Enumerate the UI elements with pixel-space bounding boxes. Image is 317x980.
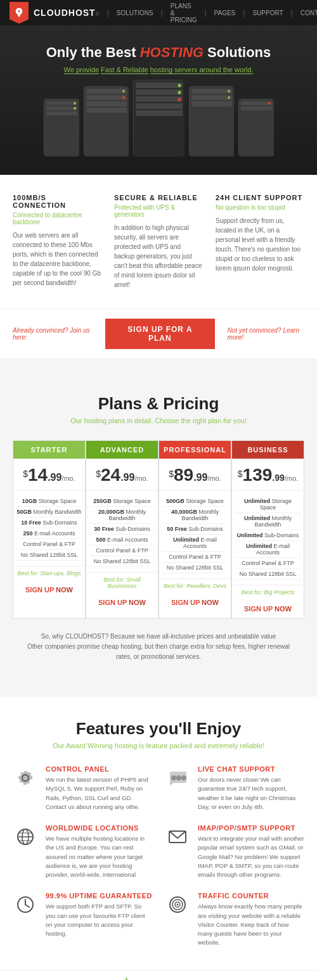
hero-heading: Only the Best HOSTING Solutions xyxy=(46,44,271,61)
feature-support-text: Support directly from us, located in the… xyxy=(216,216,304,273)
divider xyxy=(0,359,317,372)
svg-point-21 xyxy=(178,98,181,101)
globe-icon xyxy=(13,824,38,850)
svg-rect-17 xyxy=(136,103,183,109)
svg-rect-8 xyxy=(86,95,127,100)
nav-contact[interactable]: CONTACT xyxy=(301,10,317,16)
plan-business-features: Unlimited Storage Space Unlimited Monthl… xyxy=(232,491,304,585)
feature-imap-text: Want to integrate your mail with another… xyxy=(198,834,304,879)
svg-rect-7 xyxy=(86,89,127,94)
feature-worldwide-text: We have multiple hosting locations in th… xyxy=(46,834,152,879)
chat-icon xyxy=(165,765,190,791)
feature-live-chat-title: LIVE CHAT SUPPORT xyxy=(198,765,304,773)
svg-rect-2 xyxy=(46,106,77,110)
plan-starter-features: 10GB Storage Space 50GB Monthly Bandwidt… xyxy=(13,491,85,566)
nav-pages[interactable]: PAGES xyxy=(214,10,236,16)
svg-rect-10 xyxy=(86,108,127,113)
plan-business-signup[interactable]: SIGN UP NOW xyxy=(232,599,304,618)
svg-rect-3 xyxy=(46,111,77,115)
feature-secure-text: In addition to high physical security, a… xyxy=(114,223,203,290)
svg-rect-18 xyxy=(136,110,183,116)
pricing-grid: STARTER $14.99/mo. 10GB Storage Space 50… xyxy=(13,440,304,619)
feature-secure-subtitle: Protected with UPS & generators xyxy=(114,204,203,218)
enjoy-title: Features you'll Enjoy xyxy=(13,719,304,739)
svg-rect-16 xyxy=(136,96,183,102)
feature-connection-title: 100MB/S CONNECTION xyxy=(13,194,101,209)
plan-professional-price: $89.99/mo. xyxy=(159,459,231,491)
feature-connection-text: Our web servers are all connected to the… xyxy=(13,231,101,288)
feature-control-panel-text: We run the latest version of PHP5 and My… xyxy=(46,775,152,811)
feature-live-chat-text: Our doors never close! We can guarantee … xyxy=(198,775,304,811)
hero-subtext: We provide Fast & Reliable hosting serve… xyxy=(46,66,271,73)
feature-control-panel-title: CONTROL PANEL xyxy=(46,765,152,773)
features-enjoy-grid: CONTROL PANEL We run the latest version … xyxy=(13,765,304,948)
header: CLOUDHOST ⌂ | SOLUTIONS | PLANS & PRICIN… xyxy=(0,0,317,25)
server-unit xyxy=(189,86,233,156)
plan-advanced-signup[interactable]: SIGN UP NOW xyxy=(86,593,158,612)
logo-area: CLOUDHOST xyxy=(10,2,96,24)
server-unit xyxy=(84,86,128,156)
svg-rect-29 xyxy=(241,101,272,105)
nav-plans[interactable]: PLANS & PRICING xyxy=(171,3,197,23)
svg-rect-9 xyxy=(86,101,127,106)
feature-support: 24H CLIENT SUPPORT No question is too st… xyxy=(216,194,304,290)
hero-server-illustration xyxy=(44,80,273,156)
nav-support[interactable]: SUPPORT xyxy=(252,10,283,16)
plan-advanced-features: 250GB Storage Space 20,000GB Monthly Ban… xyxy=(86,491,158,572)
svg-point-20 xyxy=(178,91,181,94)
svg-rect-30 xyxy=(241,106,272,110)
svg-point-31 xyxy=(268,102,271,105)
nav-solutions[interactable]: SOLUTIONS xyxy=(117,10,153,16)
feature-uptime-text: We support both FTP and SFTP. So you can… xyxy=(46,902,152,938)
mail-icon xyxy=(165,824,190,850)
svg-point-27 xyxy=(228,96,230,99)
svg-rect-1 xyxy=(46,101,77,105)
gear-icon xyxy=(13,765,38,791)
enjoy-subtitle: Our Award Winning hosting is feature pac… xyxy=(13,742,304,749)
divider2 xyxy=(0,684,317,697)
feature-uptime-title: 99.9% UPTIME GUARANTEED xyxy=(46,892,152,900)
pricing-section: Plans & Pricing Our hosting plans in det… xyxy=(0,372,317,684)
feature-control-panel: CONTROL PANEL We run the latest version … xyxy=(13,765,152,811)
feature-worldwide-title: WORLDWIDE LOCATIONS xyxy=(46,824,152,832)
plan-advanced-best: Best for: Small Businesses xyxy=(86,572,158,593)
svg-rect-24 xyxy=(191,95,232,100)
svg-rect-15 xyxy=(136,89,183,95)
features-section: 100MB/S CONNECTION Connected to datacent… xyxy=(0,175,317,309)
svg-point-26 xyxy=(228,90,230,92)
plan-professional: PROFESSIONAL $89.99/mo. 500GB Storage Sp… xyxy=(158,440,231,619)
feature-traffic: TRAFFIC COUNTER Always know exactly how … xyxy=(165,892,304,947)
logo-icon xyxy=(10,2,29,24)
plan-business-header: BUSINESS xyxy=(232,441,304,459)
feature-traffic-title: TRAFFIC COUNTER xyxy=(198,892,304,900)
feature-traffic-text: Always know exactly how many people are … xyxy=(198,902,304,947)
target-icon xyxy=(165,892,190,917)
feature-live-chat: LIVE CHAT SUPPORT Our doors never close!… xyxy=(165,765,304,811)
plan-starter: STARTER $14.99/mo. 10GB Storage Space 50… xyxy=(13,440,86,619)
feature-connection-subtitle: Connected to datacentre backbone xyxy=(13,212,101,226)
clock-icon xyxy=(13,892,38,917)
svg-point-19 xyxy=(178,84,181,87)
cms-section: SUPPORTED CMS PLATFORMS WordPress Drupal… xyxy=(0,970,317,981)
plan-starter-signup[interactable]: SIGN UP NOW xyxy=(13,580,85,599)
plan-advanced: ADVANCED $24.99/mo. 250GB Storage Space … xyxy=(86,440,158,619)
svg-line-43 xyxy=(25,905,29,907)
features-grid: 100MB/S CONNECTION Connected to datacent… xyxy=(13,194,304,290)
enjoy-section: Features you'll Enjoy Our Award Winning … xyxy=(0,697,317,970)
plan-professional-header: PROFESSIONAL xyxy=(159,441,231,459)
server-unit xyxy=(133,80,184,156)
feature-imap-title: IMAP/POP/SMTP SUPPORT xyxy=(198,824,304,832)
cta-signup-button[interactable]: SIGN UP FOR A PLAN xyxy=(105,319,214,349)
plan-business-price: $139.99/mo. xyxy=(232,459,304,491)
main-nav: ⌂ | SOLUTIONS | PLANS & PRICING | PAGES … xyxy=(96,3,317,23)
feature-uptime: 99.9% UPTIME GUARANTEED We support both … xyxy=(13,892,152,947)
plan-advanced-price: $24.99/mo. xyxy=(86,459,158,491)
nav-home[interactable]: ⌂ xyxy=(96,10,100,16)
plan-business: BUSINESS $139.99/mo. Unlimited Storage S… xyxy=(231,440,304,619)
feature-support-subtitle: No question is too stupid xyxy=(216,204,304,211)
plan-professional-best: Best for: Resellers, Devs xyxy=(159,578,231,593)
svg-rect-14 xyxy=(136,82,183,88)
plan-professional-signup[interactable]: SIGN UP NOW xyxy=(159,593,231,612)
svg-rect-25 xyxy=(191,101,232,106)
svg-point-12 xyxy=(122,96,125,99)
